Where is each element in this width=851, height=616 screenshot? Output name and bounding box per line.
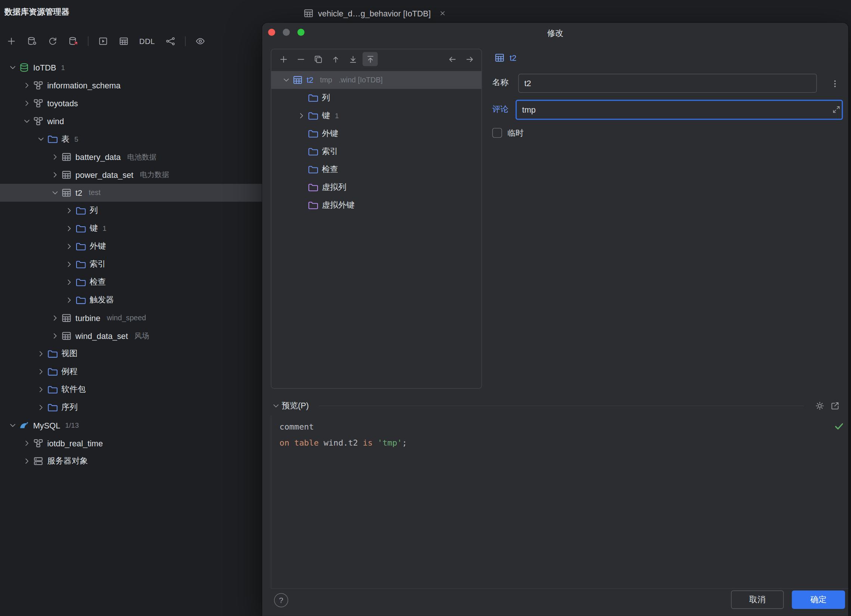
tree-item-虚拟外键[interactable]: 虚拟外键 bbox=[271, 196, 481, 214]
ok-button[interactable]: 确定 bbox=[792, 590, 845, 609]
folder-icon bbox=[47, 402, 57, 413]
chevron-down-icon[interactable] bbox=[21, 116, 33, 126]
help-button[interactable]: ? bbox=[274, 593, 288, 607]
tree-item-软件包[interactable]: 软件包 bbox=[0, 381, 293, 399]
chevron-right-icon[interactable] bbox=[35, 403, 47, 412]
tree-item-toyotads[interactable]: toyotads bbox=[0, 94, 293, 112]
tree-item-power_data_set[interactable]: power_data_set电力数据 bbox=[0, 166, 293, 184]
tree-item-服务器对象[interactable]: 服务器对象 bbox=[0, 452, 293, 470]
chevron-right-icon[interactable] bbox=[49, 170, 61, 180]
kebab-menu-icon[interactable] bbox=[827, 76, 842, 91]
tree-item-turbine[interactable]: turbinewind_speed bbox=[0, 309, 293, 327]
data-source-properties-button[interactable] bbox=[24, 34, 40, 49]
chevron-right-icon[interactable] bbox=[49, 313, 61, 323]
tree-item-wind[interactable]: wind bbox=[0, 112, 293, 130]
tree-item-label: 软件包 bbox=[61, 384, 86, 395]
chevron-right-icon[interactable] bbox=[63, 224, 75, 234]
chevron-right-icon[interactable] bbox=[35, 367, 47, 376]
move-top-button[interactable] bbox=[362, 52, 378, 66]
tree-item-外键[interactable]: 外键 bbox=[271, 124, 481, 142]
chevron-down-icon[interactable] bbox=[6, 63, 18, 72]
remove-button[interactable] bbox=[293, 52, 308, 66]
tree-item-视图[interactable]: 视图 bbox=[0, 345, 293, 363]
comment-input[interactable] bbox=[516, 100, 843, 120]
tree-item-索引[interactable]: 索引 bbox=[0, 255, 293, 273]
chevron-right-icon[interactable] bbox=[35, 385, 47, 394]
tree-item-information_schema[interactable]: information_schema bbox=[0, 76, 293, 94]
chevron-right-icon[interactable] bbox=[35, 349, 47, 359]
view-options-button[interactable] bbox=[192, 34, 209, 49]
chevron-down-icon[interactable] bbox=[280, 75, 292, 85]
chevron-down-icon[interactable] bbox=[6, 421, 18, 430]
tree-item-t2[interactable]: t2tmp.wind [IoTDB] bbox=[271, 71, 481, 89]
chevron-right-icon[interactable] bbox=[21, 439, 33, 448]
detach-data-source-button[interactable] bbox=[65, 34, 81, 49]
chevron-right-icon[interactable] bbox=[49, 331, 61, 341]
schema-icon bbox=[33, 80, 43, 91]
tree-item-wind_data_set[interactable]: wind_data_set风场 bbox=[0, 327, 293, 345]
add-button[interactable] bbox=[3, 34, 20, 49]
tree-item-label: 虚拟外键 bbox=[322, 200, 354, 211]
chevron-right-icon[interactable] bbox=[63, 206, 75, 216]
jump-to-console-button[interactable] bbox=[95, 34, 111, 49]
tree-item-t2[interactable]: t2test bbox=[0, 184, 293, 202]
tree-item-虚拟列[interactable]: 虚拟列 bbox=[271, 178, 481, 196]
sessions-button[interactable] bbox=[162, 34, 179, 49]
tree-item-iotdb_real_time[interactable]: iotdb_real_time bbox=[0, 435, 293, 452]
move-bottom-button[interactable] bbox=[345, 52, 361, 66]
open-table-button[interactable] bbox=[116, 34, 132, 49]
chevron-down-icon[interactable] bbox=[49, 188, 61, 198]
tree-item-外键[interactable]: 外键 bbox=[0, 238, 293, 255]
tree-item-键[interactable]: 键1 bbox=[0, 220, 293, 238]
ddl-button[interactable]: DDL bbox=[136, 34, 158, 49]
move-up-button[interactable] bbox=[328, 52, 343, 66]
temporary-checkbox[interactable] bbox=[492, 128, 502, 138]
gear-icon[interactable] bbox=[814, 400, 825, 412]
tree-item-IoTDB[interactable]: IoTDB1 bbox=[0, 58, 293, 76]
item-comment: tmp bbox=[320, 76, 332, 84]
editor-tab[interactable]: vehicle_d…g_behavior [IoTDB] bbox=[303, 8, 447, 18]
chevron-right-icon[interactable] bbox=[49, 152, 61, 162]
chevron-right-icon[interactable] bbox=[63, 295, 75, 305]
refresh-icon[interactable] bbox=[44, 34, 61, 49]
tree-item-列[interactable]: 列 bbox=[271, 89, 481, 106]
sql-preview[interactable]: commenton table wind.t2 is 'tmp'; bbox=[271, 415, 848, 588]
dialog-tree: t2tmp.wind [IoTDB]列键1外键索引检查虚拟列虚拟外键 bbox=[271, 71, 481, 214]
chevron-right-icon[interactable] bbox=[63, 277, 75, 287]
chevron-right-icon[interactable] bbox=[21, 456, 33, 466]
expand-editor-icon[interactable] bbox=[831, 104, 842, 115]
tree-item-索引[interactable]: 索引 bbox=[271, 142, 481, 160]
chevron-right-icon[interactable] bbox=[63, 259, 75, 269]
tree-item-检查[interactable]: 检查 bbox=[0, 273, 293, 291]
forward-button[interactable] bbox=[462, 52, 477, 66]
tree-item-序列[interactable]: 序列 bbox=[0, 399, 293, 417]
chevron-down-icon[interactable] bbox=[271, 401, 281, 411]
back-button[interactable] bbox=[445, 52, 460, 66]
tree-item-label: t2 bbox=[75, 188, 82, 198]
close-icon[interactable] bbox=[438, 9, 447, 17]
form-header-label: t2 bbox=[510, 53, 516, 63]
tree-item-例程[interactable]: 例程 bbox=[0, 363, 293, 381]
duplicate-button[interactable] bbox=[311, 52, 326, 66]
tree-item-label: battery_data bbox=[75, 153, 120, 162]
chevron-right-icon[interactable] bbox=[63, 241, 75, 251]
chevron-right-icon[interactable] bbox=[295, 111, 307, 120]
tree-item-触发器[interactable]: 触发器 bbox=[0, 291, 293, 309]
tree-item-MySQL[interactable]: MySQL1/13 bbox=[0, 417, 293, 435]
chevron-down-icon[interactable] bbox=[35, 134, 47, 144]
tree-item-battery_data[interactable]: battery_data电池数据 bbox=[0, 148, 293, 166]
name-input[interactable] bbox=[519, 74, 817, 93]
folder-icon bbox=[307, 93, 318, 103]
add-button[interactable] bbox=[276, 52, 291, 66]
folder-icon bbox=[75, 259, 86, 270]
tree-item-键[interactable]: 键1 bbox=[271, 106, 481, 124]
tree-item-列[interactable]: 列 bbox=[0, 202, 293, 220]
tree-item-检查[interactable]: 检查 bbox=[271, 160, 481, 178]
tree-item-表[interactable]: 表5 bbox=[0, 130, 293, 148]
table-icon bbox=[61, 313, 72, 323]
cancel-button[interactable]: 取消 bbox=[731, 590, 784, 609]
open-in-editor-icon[interactable] bbox=[828, 400, 840, 412]
chevron-right-icon[interactable] bbox=[21, 81, 33, 90]
item-comment: test bbox=[89, 189, 101, 197]
chevron-right-icon[interactable] bbox=[21, 99, 33, 108]
